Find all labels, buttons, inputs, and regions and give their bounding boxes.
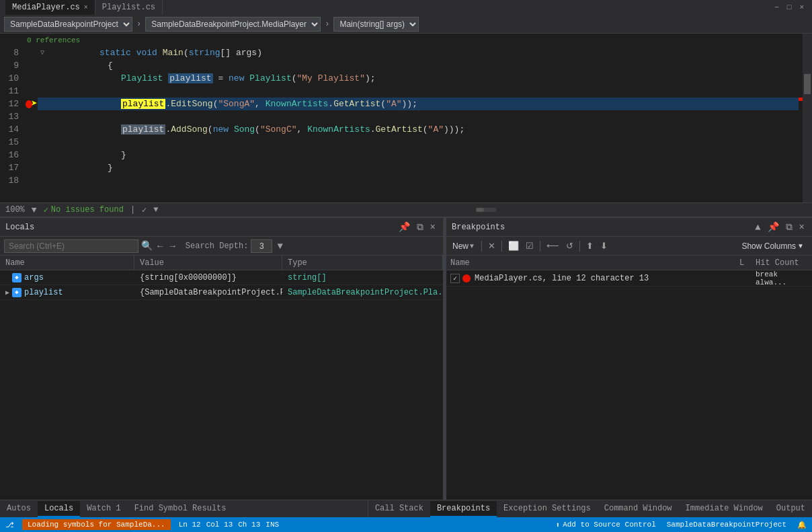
locals-table-body[interactable]: ▶ ◆ args {string[0x00000000]} string[] ▶ xyxy=(0,270,443,500)
close-button[interactable]: × xyxy=(797,3,807,11)
check-btn[interactable]: ✓ xyxy=(142,205,147,215)
table-row[interactable]: ▶ ◆ playlist {SampleDataBreakpointProjec… xyxy=(0,285,443,300)
add-to-source-control[interactable]: ⬆ Add to Source Control xyxy=(556,521,656,529)
scrollbar-thumb[interactable] xyxy=(804,74,811,94)
tab-watch1[interactable]: Watch 1 xyxy=(80,501,127,517)
bp-search-btn[interactable]: ⬆ xyxy=(584,240,596,252)
locals-close-btn[interactable]: × xyxy=(428,221,438,233)
loading-status: Loading symbols for SampleDa... xyxy=(22,519,171,530)
tab-breakpoints[interactable]: Breakpoints xyxy=(430,501,497,517)
code-line-10: Playlist playlist = new Playlist("My Pla… xyxy=(38,72,812,85)
dropdown-btn[interactable]: ▼ xyxy=(153,205,158,215)
status-bar: ⎇ Loading symbols for SampleDa... Ln 12 … xyxy=(0,517,812,532)
bp-col-label: L xyxy=(735,256,752,270)
bp-refresh-btn[interactable]: ↺ xyxy=(564,240,575,252)
tab-exception-settings[interactable]: Exception Settings xyxy=(497,501,598,517)
args-icon: ◆ xyxy=(12,273,22,282)
expand-arrow-playlist[interactable]: ▶ xyxy=(5,289,9,297)
tab-mediaplayercs[interactable]: MediaPlayer.cs × xyxy=(5,0,95,15)
bp-float-btn[interactable]: ⧉ xyxy=(784,221,795,233)
tab-immediate-window[interactable]: Immediate Window xyxy=(679,501,770,517)
bp-condition-btn[interactable]: ⬇ xyxy=(598,240,610,252)
hscroll-thumb[interactable] xyxy=(476,208,484,212)
bp-checkbox[interactable]: ✓ xyxy=(450,274,460,283)
editor-toolbar: SampleDataBreakpointProject › SampleData… xyxy=(0,15,812,34)
collapse-btn-8[interactable]: ▽ xyxy=(40,46,44,59)
issues-text: No issues found xyxy=(51,205,124,215)
toolbar-separator1: › xyxy=(135,18,143,30)
show-columns-label: Show Columns xyxy=(741,241,796,251)
project-selector[interactable]: SampleDataBreakpointProject xyxy=(4,17,132,32)
code-content[interactable]: ▽ static void Main(string[] args) { Play… xyxy=(38,34,812,202)
tab-locals[interactable]: Locals xyxy=(38,501,80,517)
status-notification-icon[interactable]: 🔔 xyxy=(797,521,807,529)
locals-row-playlist-type: SampleDataBreakpointProject.Pla... xyxy=(282,285,443,300)
minimap xyxy=(799,34,803,202)
bottom-tab-bars: Autos Locals Watch 1 Find Symbol Results… xyxy=(0,500,812,517)
status-mode: INS xyxy=(266,521,279,529)
code-editor[interactable]: 0 references 8 9 10 11 12 13 14 15 16 17… xyxy=(0,34,812,202)
code-line-9: { xyxy=(38,59,812,72)
tab-playlistcs[interactable]: Playlist.cs xyxy=(95,0,163,15)
file-selector[interactable]: SampleDataBreakpointProject.MediaPlayer xyxy=(145,17,321,32)
locals-search-input[interactable] xyxy=(4,239,138,253)
line-numbers: 8 9 10 11 12 13 14 15 16 17 18 xyxy=(0,34,24,202)
toolbar-separator2: › xyxy=(323,18,331,30)
locals-panel: Locals 📌 ⧉ × 🔍 ← → Search Depth: ▼ xyxy=(0,218,444,500)
tab-find-symbol[interactable]: Find Symbol Results xyxy=(128,501,233,517)
bp-new-dropdown[interactable]: ▼ xyxy=(469,242,475,250)
breakpoint-row[interactable]: ✓ MediaPlayer.cs, line 12 character 13 b… xyxy=(446,270,812,287)
tab-mediaplayercs-close[interactable]: × xyxy=(84,4,88,11)
table-row[interactable]: ▶ ◆ args {string[0x00000000]} string[] xyxy=(0,270,443,285)
tab-output[interactable]: Output xyxy=(770,501,812,517)
locals-panel-controls: 📌 ⧉ × xyxy=(397,221,438,233)
bp-delete-btn[interactable]: ✕ xyxy=(486,240,497,252)
minimize-button[interactable]: − xyxy=(772,3,782,11)
search-icon[interactable]: 🔍 xyxy=(141,240,153,252)
bp-col-hitcount: Hit Count xyxy=(752,256,812,270)
editor-vertical-scrollbar[interactable] xyxy=(803,34,812,202)
editor-area: 0 references 8 9 10 11 12 13 14 15 16 17… xyxy=(0,34,812,517)
locals-col-value: Value xyxy=(134,256,282,270)
zoom-dropdown-icon[interactable]: ▼ xyxy=(32,205,37,215)
depth-dropdown[interactable]: ▼ xyxy=(275,240,284,252)
bp-go-to-source-btn[interactable]: ⟵ xyxy=(544,240,561,252)
bottom-panels: Locals 📌 ⧉ × 🔍 ← → Search Depth: ▼ xyxy=(0,217,812,500)
nav-prev-btn[interactable]: ← xyxy=(155,240,165,252)
bp-disable-all-btn[interactable]: ⬜ xyxy=(506,240,521,252)
locals-panel-title: Locals xyxy=(5,223,34,232)
tab-call-stack[interactable]: Call Stack xyxy=(368,501,430,517)
depth-input[interactable] xyxy=(251,239,272,253)
bp-expand-btn[interactable]: ▲ xyxy=(753,221,762,233)
bp-toolbar-separator4 xyxy=(579,241,580,252)
left-tab-bar: Autos Locals Watch 1 Find Symbol Results xyxy=(0,500,368,517)
locals-float-btn[interactable]: ⧉ xyxy=(415,221,425,233)
code-line-11 xyxy=(38,85,812,98)
show-columns-btn[interactable]: Show Columns ▼ xyxy=(737,240,808,252)
minimap-breakpoint xyxy=(799,98,803,101)
no-issues: ✓ No issues found xyxy=(44,205,124,215)
horizontal-scroll[interactable] xyxy=(165,208,807,212)
code-line-16: } xyxy=(38,149,812,161)
locals-col-type: Type xyxy=(282,256,443,270)
locals-row-playlist-value: {SampleDataBreakpointProject.Playlist} xyxy=(134,285,282,300)
method-selector[interactable]: Main(string[] args) xyxy=(333,17,419,32)
bp-enable-all-btn[interactable]: ☑ xyxy=(524,240,536,252)
tab-autos[interactable]: Autos xyxy=(0,501,38,517)
tab-command-window[interactable]: Command Window xyxy=(598,501,679,517)
title-bar: MediaPlayer.cs × Playlist.cs − □ × xyxy=(0,0,812,15)
locals-pin-btn[interactable]: 📌 xyxy=(397,221,412,233)
locals-col-name: Name xyxy=(0,256,134,270)
bp-close-btn[interactable]: × xyxy=(797,221,807,233)
editor-status-row: 100% ▼ ✓ No issues found | ✓ ▼ xyxy=(0,202,812,217)
bp-status-dot xyxy=(462,274,471,282)
bp-table-body[interactable]: ✓ MediaPlayer.cs, line 12 character 13 b… xyxy=(446,270,812,500)
bp-row-hitcount: break alwa... xyxy=(752,270,812,287)
zoom-level[interactable]: 100% xyxy=(5,205,25,215)
code-line-13 xyxy=(38,110,812,123)
bp-new-btn[interactable]: New ▼ xyxy=(450,241,477,252)
nav-next-btn[interactable]: → xyxy=(167,240,177,252)
code-line-14: playlist.AddSong(new Song("SongC", Known… xyxy=(38,123,812,136)
bp-pin-btn[interactable]: 📌 xyxy=(766,221,781,233)
maximize-button[interactable]: □ xyxy=(784,3,795,11)
